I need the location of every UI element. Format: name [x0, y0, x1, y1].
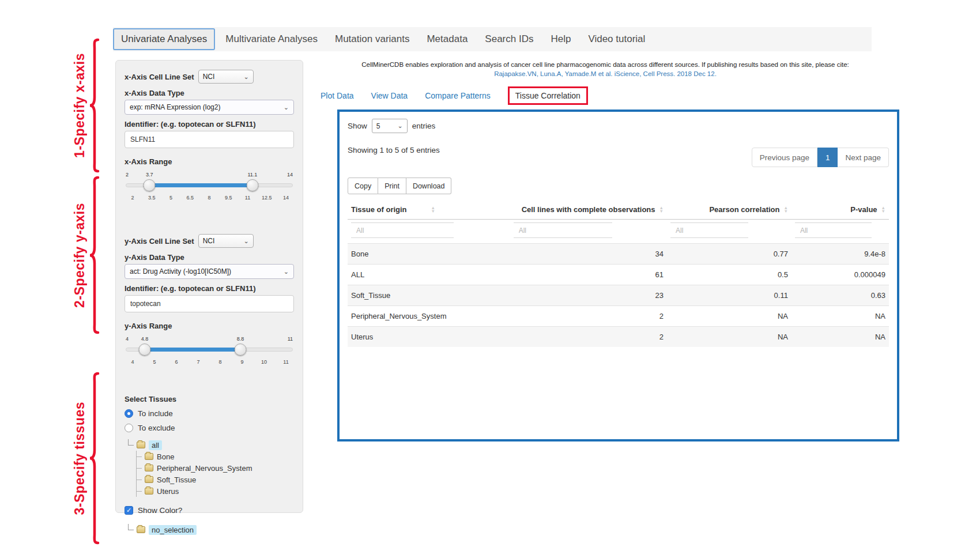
download-button[interactable]: Download [406, 178, 452, 194]
nav-tab-multivariate-analyses[interactable]: Multivariate Analyses [218, 29, 325, 49]
x-identifier-label: Identifier: (e.g. topotecan or SLFN11) [125, 120, 294, 129]
nav-tab-univariate-analyses[interactable]: Univariate Analyses [113, 28, 215, 50]
citation-link[interactable]: Rajapakse.VN, Luna.A, Yamade.M et al. iS… [311, 70, 899, 77]
tab-compare-patterns[interactable]: Compare Patterns [425, 91, 491, 100]
x-data-type-label: x-Axis Data Type [125, 89, 294, 97]
tree-elbow-icon [128, 439, 134, 446]
pagination: Previous page 1 Next page [752, 148, 889, 167]
y-range-label: y-Axis Range [125, 322, 294, 330]
tree-node-bone[interactable]: Bone [137, 451, 294, 462]
folder-icon [145, 453, 153, 460]
slider-handle-min[interactable] [139, 344, 151, 356]
filter-p-value-input[interactable] [795, 222, 872, 238]
tree-node-no-selection[interactable]: no_selection [128, 524, 294, 535]
brace-icon [88, 176, 100, 334]
x-identifier-input[interactable] [125, 131, 294, 148]
tab-tissue-correlation[interactable]: Tissue Correlation [508, 86, 588, 105]
tree-node-peripheral-nervous-system[interactable]: Peripheral_Nervous_System [137, 462, 294, 474]
result-tabs: Plot Data View Data Compare Patterns Tis… [321, 85, 588, 106]
show-color-row[interactable]: Show Color? [125, 506, 294, 515]
tissue-correlation-panel: Show 5 ⌄ entries Showing 1 to 5 of 5 ent… [337, 110, 899, 441]
include-radio[interactable] [125, 409, 133, 418]
col-header-p-value[interactable]: P-value ▲▼ [791, 200, 889, 220]
print-button[interactable]: Print [378, 178, 406, 194]
chevron-down-icon: ⌄ [284, 104, 289, 111]
tab-view-data[interactable]: View Data [371, 91, 408, 100]
tree-node-soft-tissue[interactable]: Soft_Tissue [137, 474, 294, 485]
cellminercdb-app: 1-Specify x-axis 2-Specify y-axis 3-Spec… [0, 0, 980, 551]
annotation-step-2: 2-Specify y-axis [51, 176, 100, 334]
folder-icon [137, 526, 145, 533]
y-cell-line-set-label: y-Axis Cell Line Set [125, 237, 194, 246]
table-row[interactable]: ALL 61 0.5 0.000049 [348, 265, 889, 285]
y-identifier-input[interactable] [125, 295, 294, 312]
tree-branch-icon [137, 468, 142, 469]
y-range-slider: 4 4.8 8.8 11 4 5 6 7 8 9 10 11 [126, 344, 293, 369]
table-row[interactable]: Peripheral_Nervous_System 2 NA NA [348, 306, 889, 327]
tree-node-all[interactable]: all [128, 439, 294, 451]
tree-elbow-icon [128, 524, 134, 530]
nav-tab-video-tutorial[interactable]: Video tutorial [581, 29, 652, 49]
include-radio-row[interactable]: To include [125, 409, 294, 418]
brace-icon [88, 372, 100, 545]
chevron-down-icon: ⌄ [243, 74, 248, 80]
show-label: Show [348, 122, 367, 130]
x-range-label: x-Axis Range [125, 157, 294, 166]
col-header-cell-lines[interactable]: Cell lines with complete observations ▲▼ [510, 200, 667, 220]
tissue-tree: all Bone Peripheral_Nervous_System Soft_… [128, 439, 294, 497]
x-data-type-select[interactable]: exp: mRNA Expression (log2) ⌄ [125, 100, 294, 115]
filter-tissue-input[interactable] [351, 222, 454, 238]
tree-node-uterus[interactable]: Uterus [137, 485, 294, 497]
x-range-ticks: 2 3.5 5 6.5 8 9.5 11 12.5 14 [126, 195, 293, 201]
x-cell-line-set-select[interactable]: NCI ⌄ [198, 70, 254, 84]
slider-bar [149, 183, 252, 187]
sort-icon[interactable]: ▲▼ [659, 206, 664, 213]
citation-text: CellMinerCDB enables exploration and ana… [311, 61, 899, 68]
slider-handle-max[interactable] [234, 344, 246, 356]
annotation-step-2-label: 2-Specify y-axis [72, 203, 88, 308]
show-color-checkbox[interactable] [125, 506, 133, 515]
previous-page-button[interactable]: Previous page [752, 148, 817, 167]
page-size-select[interactable]: 5 ⌄ [372, 119, 408, 133]
y-range-ticks: 4 5 6 7 8 9 10 11 [126, 359, 293, 365]
show-color-label: Show Color? [138, 506, 182, 515]
y-data-type-select[interactable]: act: Drug Activity (-log10[IC50M]) ⌄ [125, 264, 294, 279]
slider-handle-min[interactable] [144, 179, 156, 191]
entries-label: entries [412, 122, 436, 130]
sort-icon[interactable]: ▲▼ [784, 206, 788, 213]
next-page-button[interactable]: Next page [838, 148, 889, 167]
table-row[interactable]: Uterus 2 NA NA [348, 327, 889, 348]
page-1-button[interactable]: 1 [817, 148, 838, 167]
show-entries-row: Show 5 ⌄ entries [348, 119, 889, 133]
top-navigation: Univariate Analyses Multivariate Analyse… [113, 27, 872, 51]
col-header-tissue-of-origin[interactable]: Tissue of origin ▲▼ [348, 200, 510, 220]
x-range-slider: 2 3.7 11.1 14 2 3.5 5 6.5 8 9.5 11 12.5 … [126, 180, 293, 205]
x-range-min: 2 [126, 172, 129, 178]
nav-tab-help[interactable]: Help [544, 29, 578, 49]
filter-cell-lines-input[interactable] [514, 222, 613, 238]
table-row[interactable]: Bone 34 0.77 9.4e-8 [348, 244, 889, 265]
table-row[interactable]: Soft_Tissue 23 0.11 0.63 [348, 285, 889, 306]
col-header-pearson-correlation[interactable]: Pearson correlation ▲▼ [667, 200, 791, 220]
tree-branch-icon [137, 456, 142, 457]
copy-button[interactable]: Copy [348, 178, 378, 194]
y-range-min: 4 [126, 336, 129, 342]
y-cell-line-set-select[interactable]: NCI ⌄ [198, 234, 254, 248]
sort-icon[interactable]: ▲▼ [431, 206, 435, 213]
nav-tab-mutation-variants[interactable]: Mutation variants [328, 29, 416, 49]
y-data-type-label: y-Axis Data Type [125, 253, 294, 262]
slider-bar [145, 348, 240, 352]
nav-tab-metadata[interactable]: Metadata [420, 29, 474, 49]
sort-icon[interactable]: ▲▼ [881, 206, 885, 213]
nav-tab-search-ids[interactable]: Search IDs [478, 29, 540, 49]
y-range-max: 11 [288, 336, 293, 342]
filter-pearson-input[interactable] [670, 222, 748, 238]
settings-sidebar: x-Axis Cell Line Set NCI ⌄ x-Axis Data T… [115, 60, 303, 513]
tab-plot-data[interactable]: Plot Data [321, 91, 354, 100]
exclude-radio[interactable] [125, 424, 133, 432]
annotation-step-1: 1-Specify x-axis [51, 38, 100, 173]
slider-handle-max[interactable] [246, 179, 258, 191]
exclude-radio-row[interactable]: To exclude [125, 424, 294, 432]
annotation-step-3-label: 3-Specify tissues [72, 402, 88, 515]
tree-branch-icon [137, 491, 142, 492]
